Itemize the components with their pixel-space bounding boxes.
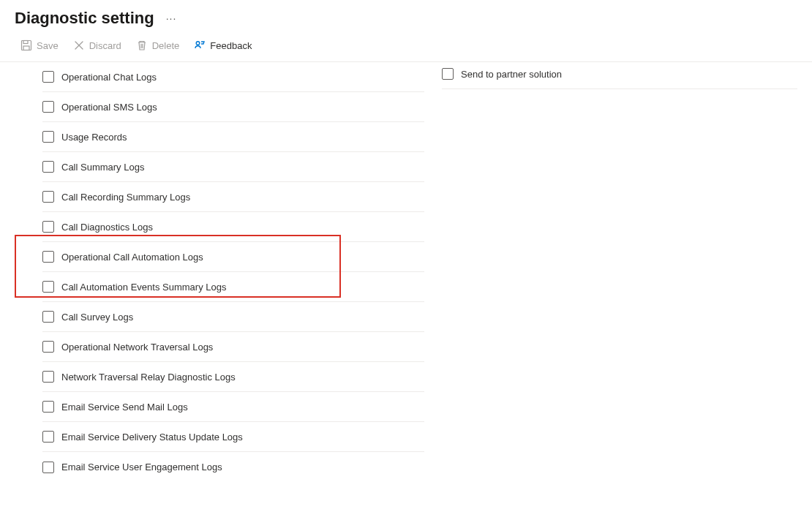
feedback-icon: [194, 39, 206, 51]
trash-icon: [136, 39, 148, 51]
log-row-call-summary-logs: Call Summary Logs: [42, 152, 424, 182]
log-label: Email Service Delivery Status Update Log…: [61, 432, 243, 443]
feedback-label: Feedback: [210, 40, 252, 51]
log-label: Network Traversal Relay Diagnostic Logs: [61, 372, 236, 383]
log-row-email-service-delivery-status-update-logs: Email Service Delivery Status Update Log…: [42, 422, 424, 452]
log-label: Operational Call Automation Logs: [61, 252, 203, 263]
delete-button[interactable]: Delete: [130, 37, 186, 54]
dest-label: Send to partner solution: [461, 69, 562, 80]
checkbox[interactable]: [42, 462, 54, 473]
checkbox[interactable]: [42, 341, 54, 353]
save-icon: [20, 39, 32, 51]
log-label: Email Service Send Mail Logs: [61, 402, 188, 413]
save-label: Save: [37, 40, 59, 51]
content-area: Operational Chat Logs Operational SMS Lo…: [0, 62, 812, 482]
discard-label: Discard: [89, 40, 121, 51]
toolbar: Save Discard Delete Feedback: [0, 34, 812, 62]
log-row-operational-sms-logs: Operational SMS Logs: [42, 92, 424, 122]
checkbox[interactable]: [42, 221, 54, 233]
log-list: Operational Chat Logs Operational SMS Lo…: [15, 62, 424, 482]
checkbox[interactable]: [42, 251, 54, 263]
log-row-operational-call-automation-logs: Operational Call Automation Logs: [42, 242, 424, 272]
log-label: Operational SMS Logs: [61, 102, 157, 113]
checkbox[interactable]: [42, 161, 54, 173]
logs-column: Operational Chat Logs Operational SMS Lo…: [15, 62, 424, 482]
discard-icon: [73, 39, 85, 51]
discard-button[interactable]: Discard: [67, 37, 127, 54]
log-row-usage-records: Usage Records: [42, 122, 424, 152]
svg-point-7: [196, 42, 200, 45]
log-row-call-recording-summary-logs: Call Recording Summary Logs: [42, 182, 424, 212]
checkbox[interactable]: [442, 68, 454, 80]
checkbox[interactable]: [42, 131, 54, 143]
checkbox[interactable]: [42, 401, 54, 413]
log-label: Operational Chat Logs: [61, 72, 157, 83]
log-label: Call Diagnostics Logs: [61, 222, 153, 233]
checkbox[interactable]: [42, 281, 54, 293]
log-row-email-service-user-engagement-logs: Email Service User Engagement Logs: [42, 452, 424, 482]
more-icon[interactable]: ···: [166, 13, 177, 23]
log-row-operational-chat-logs: Operational Chat Logs: [42, 62, 424, 92]
page-title: Diagnostic setting: [15, 9, 154, 28]
dest-row-partner: Send to partner solution: [442, 62, 797, 89]
save-button[interactable]: Save: [15, 37, 64, 54]
log-label: Call Survey Logs: [61, 312, 133, 323]
checkbox[interactable]: [42, 71, 54, 83]
log-label: Email Service User Engagement Logs: [61, 462, 222, 473]
log-row-network-traversal-relay-diagnostic-logs: Network Traversal Relay Diagnostic Logs: [42, 362, 424, 392]
checkbox[interactable]: [42, 371, 54, 383]
delete-label: Delete: [152, 40, 180, 51]
checkbox[interactable]: [42, 311, 54, 323]
log-label: Call Automation Events Summary Logs: [61, 282, 226, 293]
checkbox[interactable]: [42, 431, 54, 443]
log-row-call-survey-logs: Call Survey Logs: [42, 302, 424, 332]
svg-rect-1: [23, 41, 28, 44]
svg-rect-2: [23, 46, 29, 50]
log-label: Call Summary Logs: [61, 162, 144, 173]
log-row-email-service-send-mail-logs: Email Service Send Mail Logs: [42, 392, 424, 422]
checkbox[interactable]: [42, 101, 54, 113]
log-label: Usage Records: [61, 132, 127, 143]
destination-column: Send to partner solution: [442, 62, 797, 482]
log-row-call-automation-events-summary-logs: Call Automation Events Summary Logs: [42, 272, 424, 302]
log-label: Operational Network Traversal Logs: [61, 342, 213, 353]
log-row-operational-network-traversal-logs: Operational Network Traversal Logs: [42, 332, 424, 362]
log-row-call-diagnostics-logs: Call Diagnostics Logs: [42, 212, 424, 242]
page-header: Diagnostic setting ···: [0, 0, 812, 34]
log-label: Call Recording Summary Logs: [61, 192, 190, 203]
checkbox[interactable]: [42, 191, 54, 203]
feedback-button[interactable]: Feedback: [188, 37, 257, 54]
